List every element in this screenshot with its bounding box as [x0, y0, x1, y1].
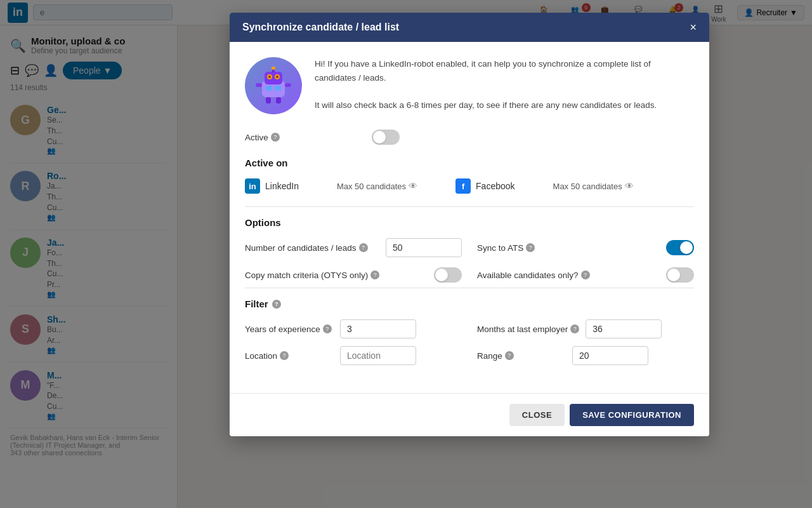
sync-ats-label: Sync to ATS ?	[477, 243, 660, 253]
copy-match-help-icon[interactable]: ?	[370, 271, 379, 279]
options-grid: Number of candidates / leads ? Sync to A…	[245, 238, 694, 283]
modal-header: Synchronize candidate / lead list ×	[230, 13, 709, 42]
linkedin-name: LinkedIn	[265, 181, 299, 191]
filter-grid: Years of experience ? Months at last emp…	[245, 319, 694, 365]
svg-point-9	[272, 67, 275, 70]
years-exp-input[interactable]	[340, 319, 416, 338]
range-item: Range ?	[477, 346, 694, 365]
intro-text-2: It will also check back a 6-8 times per …	[315, 98, 694, 112]
copy-match-item: Copy match criteria (OTYS only) ?	[245, 267, 462, 283]
location-help-icon[interactable]: ?	[280, 351, 289, 360]
svg-rect-11	[285, 83, 291, 87]
location-item: Location ?	[245, 346, 462, 365]
svg-rect-12	[266, 97, 271, 104]
copy-match-toggle[interactable]	[434, 267, 462, 283]
facebook-max-label: Max 50 candidates 👁	[553, 181, 634, 191]
modal-footer: CLOSE SAVE CONFIGURATION	[230, 393, 709, 436]
close-button[interactable]: CLOSE	[509, 404, 565, 426]
filter-help-icon[interactable]: ?	[272, 300, 281, 309]
facebook-name: Facebook	[476, 181, 514, 191]
svg-rect-13	[276, 97, 281, 104]
range-help-icon[interactable]: ?	[505, 351, 514, 360]
active-toggle[interactable]	[372, 130, 400, 145]
location-label: Location ?	[245, 351, 334, 361]
sync-modal: Synchronize candidate / lead list ×	[230, 13, 709, 436]
range-label: Range ?	[477, 351, 566, 361]
modal-body: Hi! If you have a LinkedIn-robot enabled…	[230, 42, 709, 393]
linkedin-logo-icon: in	[245, 178, 260, 194]
options-title: Options	[245, 206, 694, 228]
sync-ats-item: Sync to ATS ?	[477, 238, 694, 257]
svg-rect-2	[275, 86, 281, 91]
save-configuration-button[interactable]: SAVE CONFIGURATION	[570, 404, 694, 426]
robot-intro-section: Hi! If you have a LinkedIn-robot enabled…	[245, 57, 694, 114]
available-only-help-icon[interactable]: ?	[581, 271, 590, 279]
active-help-icon[interactable]: ?	[271, 133, 280, 142]
svg-point-6	[268, 76, 271, 78]
range-input[interactable]	[572, 346, 648, 365]
num-candidates-label: Number of candidates / leads ?	[245, 243, 379, 253]
years-exp-label: Years of experience ?	[245, 324, 334, 334]
svg-point-7	[276, 76, 278, 78]
filter-title: Filter ?	[245, 288, 694, 309]
num-candidates-item: Number of candidates / leads ?	[245, 238, 462, 257]
months-last-label: Months at last employer ?	[477, 324, 579, 334]
num-candidates-input[interactable]	[386, 238, 462, 257]
sync-ats-toggle[interactable]	[666, 240, 694, 255]
svg-rect-1	[266, 86, 272, 91]
intro-text-1: Hi! If you have a LinkedIn-robot enabled…	[315, 57, 694, 84]
copy-match-label: Copy match criteria (OTYS only) ?	[245, 271, 428, 280]
years-exp-item: Years of experience ?	[245, 319, 462, 338]
facebook-platform: f Facebook	[455, 178, 514, 194]
sync-ats-help-icon[interactable]: ?	[526, 243, 535, 252]
months-last-item: Months at last employer ?	[477, 319, 694, 338]
svg-rect-10	[256, 83, 262, 87]
months-last-help-icon[interactable]: ?	[570, 324, 579, 333]
num-candidates-help-icon[interactable]: ?	[359, 243, 368, 252]
modal-title: Synchronize candidate / lead list	[242, 22, 399, 33]
available-only-toggle[interactable]	[666, 267, 694, 283]
active-on-title: Active on	[245, 157, 694, 168]
modal-close-button[interactable]: ×	[690, 22, 697, 33]
available-only-label: Available candidates only? ?	[477, 271, 660, 280]
active-label: Active ?	[245, 133, 372, 142]
robot-text: Hi! If you have a LinkedIn-robot enabled…	[315, 57, 694, 112]
svg-rect-3	[265, 72, 282, 84]
location-input[interactable]	[340, 346, 416, 365]
facebook-logo-icon: f	[455, 178, 471, 194]
facebook-eye-icon[interactable]: 👁	[625, 181, 634, 191]
months-last-input[interactable]	[586, 319, 662, 338]
linkedin-platform: in LinkedIn	[245, 178, 299, 194]
linkedin-max-label: Max 50 candidates 👁	[337, 181, 417, 191]
robot-icon	[245, 57, 302, 114]
years-exp-help-icon[interactable]: ?	[323, 324, 332, 333]
active-on-row: in LinkedIn Max 50 candidates 👁 f Facebo…	[245, 178, 694, 194]
available-only-item: Available candidates only? ?	[477, 267, 694, 283]
linkedin-eye-icon[interactable]: 👁	[409, 181, 417, 191]
active-row: Active ?	[245, 130, 694, 145]
